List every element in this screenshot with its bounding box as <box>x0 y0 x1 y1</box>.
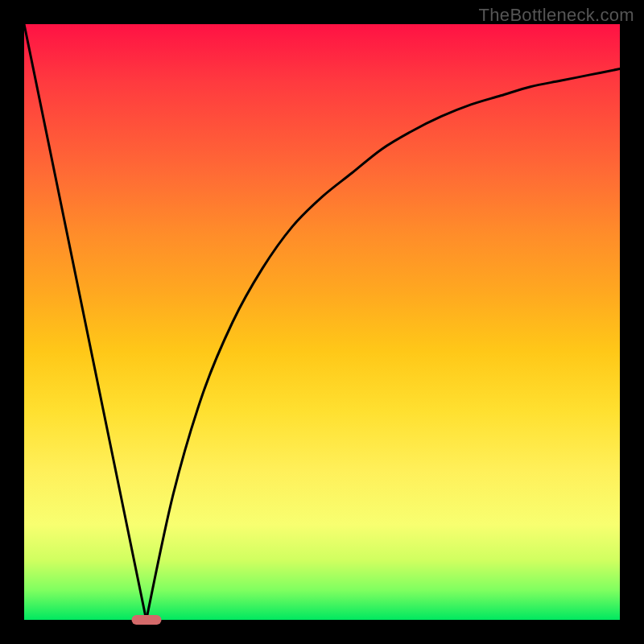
left-slope <box>24 24 147 620</box>
right-curve <box>147 69 620 621</box>
watermark-label: TheBottleneck.com <box>479 5 634 26</box>
curve-layer <box>24 24 620 620</box>
chart-frame: TheBottleneck.com <box>0 0 644 644</box>
plot-area <box>24 24 620 620</box>
minimum-marker <box>131 615 161 625</box>
